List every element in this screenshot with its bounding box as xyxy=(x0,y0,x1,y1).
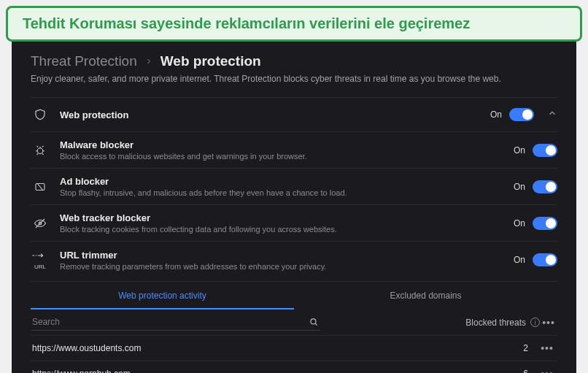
svg-line-2 xyxy=(37,183,43,190)
ad-blocker-desc: Stop flashy, intrusive, and malicious ad… xyxy=(60,188,503,197)
banner-text: Tehdit Koruması sayesinde reklamcıların … xyxy=(23,15,470,31)
eye-off-icon xyxy=(31,217,50,230)
web-protection-toggle[interactable] xyxy=(509,108,534,121)
ad-blocker-state: On xyxy=(514,182,525,192)
ad-blocker-row: Ad blocker Stop flashy, intrusive, and m… xyxy=(31,168,557,204)
svg-point-5 xyxy=(311,319,316,324)
tracker-blocker-desc: Block tracking cookies from collecting d… xyxy=(60,225,503,234)
activity-count: 6 xyxy=(320,369,538,373)
top-banner: Tehdit Koruması sayesinde reklamcıların … xyxy=(6,6,582,42)
malware-blocker-desc: Block access to malicious websites and g… xyxy=(60,152,503,161)
blocked-threats-label: Blocked threats xyxy=(465,318,526,328)
activity-domain: https://www.pornhub.com xyxy=(32,369,320,373)
ad-blocker-toggle[interactable] xyxy=(533,180,557,193)
activity-header-row: Blocked threats i ••• xyxy=(31,309,557,336)
row-more-button[interactable]: ••• xyxy=(538,342,556,354)
web-protection-title: Web protection xyxy=(60,109,480,120)
table-row: https://www.pornhub.com 6 ••• xyxy=(31,361,557,373)
ad-blocker-title: Ad blocker xyxy=(60,176,503,187)
bug-icon xyxy=(31,144,50,157)
chevron-up-icon[interactable] xyxy=(547,108,557,121)
ad-block-icon xyxy=(31,180,50,193)
breadcrumb: Threat Protection Web protection xyxy=(31,53,557,69)
page-description: Enjoy cleaner, safer, and more private i… xyxy=(31,74,557,84)
url-trimmer-state: On xyxy=(514,255,525,265)
web-protection-row: Web protection On xyxy=(31,97,557,131)
breadcrumb-current: Web protection xyxy=(160,53,261,69)
malware-blocker-title: Malware blocker xyxy=(60,139,503,150)
svg-line-6 xyxy=(315,323,317,326)
url-trimmer-row: URL URL trimmer Remove tracking paramete… xyxy=(31,241,557,278)
url-trimmer-title: URL trimmer xyxy=(60,250,503,261)
breadcrumb-parent[interactable]: Threat Protection xyxy=(31,53,137,69)
url-trimmer-desc: Remove tracking parameters from web addr… xyxy=(60,262,503,271)
malware-blocker-state: On xyxy=(514,145,525,155)
malware-blocker-toggle[interactable] xyxy=(533,144,557,157)
app-window: Threat Protection Web protection Enjoy c… xyxy=(12,33,576,373)
url-trimmer-icon: URL xyxy=(31,249,50,271)
search-box[interactable] xyxy=(31,314,320,331)
tab-excluded[interactable]: Excluded domains xyxy=(294,282,557,309)
search-input[interactable] xyxy=(32,317,309,327)
row-more-button[interactable]: ••• xyxy=(538,368,556,373)
web-protection-state: On xyxy=(490,109,502,120)
chevron-right-icon xyxy=(144,53,153,69)
malware-blocker-row: Malware blocker Block access to maliciou… xyxy=(31,131,557,168)
info-icon[interactable]: i xyxy=(530,318,540,327)
activity-count: 2 xyxy=(320,343,538,353)
tracker-blocker-state: On xyxy=(514,218,525,228)
tracker-blocker-row: Web tracker blocker Block tracking cooki… xyxy=(31,204,557,241)
activity-domain: https://www.oustudents.com xyxy=(32,343,320,353)
activity-tabs: Web protection activity Excluded domains xyxy=(31,281,557,309)
blocked-threats-header: Blocked threats i xyxy=(320,318,540,328)
tracker-blocker-title: Web tracker blocker xyxy=(60,212,503,223)
svg-point-0 xyxy=(37,148,43,154)
tracker-blocker-toggle[interactable] xyxy=(533,217,557,230)
search-icon xyxy=(309,317,319,327)
table-row: https://www.oustudents.com 2 ••• xyxy=(31,336,557,361)
shield-icon xyxy=(31,108,50,121)
header-more-button[interactable]: ••• xyxy=(540,317,557,328)
tab-activity[interactable]: Web protection activity xyxy=(31,282,294,309)
url-trimmer-toggle[interactable] xyxy=(533,253,557,266)
url-icon-label: URL xyxy=(31,263,50,271)
